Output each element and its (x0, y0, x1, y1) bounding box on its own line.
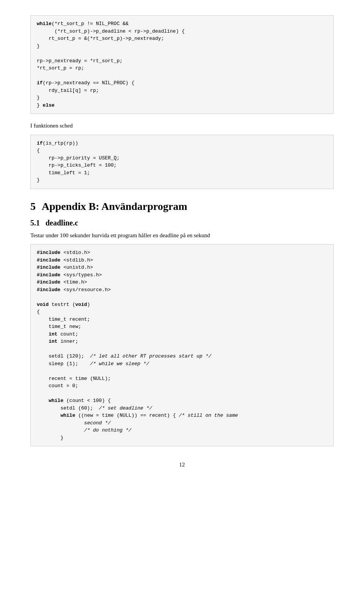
section-heading: 5 Appendix B: Användarprogram (30, 200, 334, 213)
top-code-line-10: rdy_tail[q] = rp; (37, 88, 99, 93)
subsection-title: deadline.c (46, 219, 78, 227)
main-line-26: } (37, 435, 63, 441)
main-line-3: #include <unistd.h> (37, 265, 93, 270)
mid-line-2: { (37, 148, 40, 153)
main-line-23: while ((new = time (NULL)) == recent) { … (37, 413, 238, 418)
mid-line-4: rp->p_ticks_left = 100; (37, 162, 117, 168)
section-title: Appendix B: Användarprogram (42, 200, 187, 213)
main-line-6: #include <sys/resource.h> (37, 287, 111, 293)
main-line-18: recent = time (NULL); (37, 376, 111, 381)
section-number: 5 (30, 200, 36, 213)
top-code-line-1: while(*rt_sort_p != NIL_PROC && (37, 21, 129, 27)
subsection-number: 5.1 (30, 219, 40, 227)
top-code-line-6: rp->p_nextready = *rt_sort_p; (37, 58, 122, 64)
main-line-21: while (count < 100) { (37, 398, 111, 403)
main-line-13: int inner; (37, 339, 78, 344)
mid-line-1: if(is_rtp(rp)) (37, 140, 78, 146)
main-line-24: second */ (37, 420, 111, 426)
top-code-line-11: } (37, 95, 40, 101)
top-code-line-4: } (37, 43, 40, 49)
main-line-11: time_t new; (37, 324, 81, 329)
subsection-heading: 5.1 deadline.c (30, 219, 334, 227)
mid-line-6: } (37, 177, 40, 183)
main-line-15: setdl (120); /* let all other RT process… (37, 353, 211, 359)
main-code-block: #include <stdio.h> #include <stdlib.h> #… (30, 244, 334, 446)
main-line-9: { (37, 309, 40, 315)
top-code-line-7: *rt_sort_p = rp; (37, 65, 84, 71)
mid-line-5: time_left = 1; (37, 170, 90, 176)
top-code-line-12: } else (37, 102, 55, 108)
mid-line-3: rp->p_priority = USER_Q; (37, 155, 119, 161)
main-line-8: void testrt (void) (37, 302, 90, 307)
top-code-block: while(*rt_sort_p != NIL_PROC && (*rt_sor… (30, 15, 334, 114)
description-text: Testar under 100 sekunder hurvida ett pr… (30, 231, 334, 240)
middle-code-block: if(is_rtp(rp)) { rp->p_priority = USER_Q… (30, 135, 334, 189)
main-line-1: #include <stdio.h> (37, 250, 90, 255)
middle-label: I funktionen sched (30, 121, 334, 130)
top-code-line-9: if(rp->p_nextready == NIL_PROC) { (37, 80, 134, 86)
top-code-line-2: (*rt_sort_p)->p_deadline < rp->p_deadlin… (37, 28, 185, 34)
page-number: 12 (30, 462, 334, 468)
main-line-12: int count; (37, 331, 78, 337)
main-line-4: #include <sys/types.h> (37, 272, 102, 278)
top-code-line-3: rt_sort_p = &(*rt_sort_p)->p_nextready; (37, 36, 164, 41)
main-line-2: #include <stdlib.h> (37, 257, 93, 263)
main-line-25: /* do nothing */ (37, 427, 132, 433)
main-line-5: #include <time.h> (37, 279, 87, 285)
main-line-22: setdl (60); /* set deadline */ (37, 405, 152, 411)
main-line-10: time_t recent; (37, 317, 90, 322)
main-line-16: sleep (1); /* while we sleep */ (37, 361, 149, 367)
main-line-19: count = 0; (37, 383, 78, 389)
